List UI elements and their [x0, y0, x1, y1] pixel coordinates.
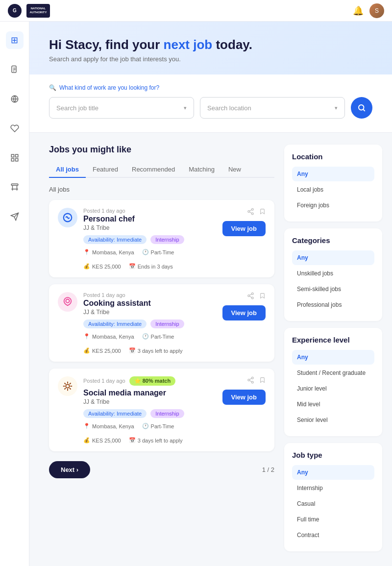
job-location: 📍 Mombasa, Kenya: [83, 249, 134, 255]
filter-title-experience: Experience level: [292, 336, 374, 344]
job-type: 🕐 Part-Time: [142, 249, 174, 255]
sidebar-item-person[interactable]: [6, 178, 24, 196]
jobs-title: Jobs you might like: [49, 145, 274, 155]
svg-rect-6: [11, 154, 14, 157]
bookmark-icon[interactable]: [259, 208, 266, 217]
svg-line-19: [249, 212, 251, 213]
logo-box: NATIONALAUTHORITY: [26, 4, 50, 18]
svg-line-32: [70, 388, 71, 390]
sidebar-item-document[interactable]: [6, 61, 24, 78]
nav-right: 🔔 S: [353, 3, 384, 18]
svg-point-16: [251, 208, 253, 210]
tab-new[interactable]: New: [221, 162, 248, 178]
share-icon[interactable]: [247, 292, 254, 301]
sidebar-item-send[interactable]: [6, 208, 24, 225]
bookmark-icon[interactable]: [259, 376, 266, 386]
hero-section: Hi Stacy, find your next job today. Sear…: [29, 22, 392, 74]
filter-option-any[interactable]: Any: [292, 350, 374, 365]
filter-title-location: Location: [292, 152, 374, 161]
job-info: Posted 1 day ago Cooking assistant JJ & …: [83, 292, 217, 354]
svg-line-33: [65, 388, 66, 390]
right-sidebar: Location Any Local jobs Foreign jobs Cat…: [284, 145, 382, 558]
calendar-icon: 📅: [129, 347, 136, 354]
filter-option-senior[interactable]: Senior level: [292, 413, 374, 427]
filter-option-casual[interactable]: Casual: [292, 496, 374, 511]
svg-line-24: [249, 296, 251, 297]
search-hint: 🔍 What kind of work are you looking for?: [49, 84, 372, 91]
filter-option-professional[interactable]: Professional jobs: [292, 297, 374, 312]
page-info: 1 / 2: [262, 466, 274, 473]
filter-option-any[interactable]: Any: [292, 250, 374, 265]
tag-availability: Availability: Immediate: [83, 409, 147, 418]
sidebar-item-globe[interactable]: [6, 90, 24, 108]
content-area: Hi Stacy, find your next job today. Sear…: [29, 22, 392, 566]
job-card: Posted 1 day ago Cooking assistant JJ & …: [49, 284, 274, 362]
job-salary: 💰 KES 25,000: [83, 263, 121, 270]
next-button[interactable]: Next ›: [49, 461, 90, 478]
tag-internship: Internship: [150, 320, 184, 328]
filter-option-mid[interactable]: Mid level: [292, 397, 374, 412]
job-title-input[interactable]: Search job title ▾: [49, 97, 194, 119]
filter-option-unskilled[interactable]: Unskilled jobs: [292, 266, 374, 281]
location-icon: 📍: [83, 423, 90, 429]
sidebar: ⊞: [0, 22, 29, 566]
notifications-icon[interactable]: 🔔: [353, 5, 364, 16]
svg-rect-9: [15, 159, 18, 161]
filter-option-contract[interactable]: Contract: [292, 528, 374, 542]
main-layout: ⊞ Hi Stacy, find your next job today. Se…: [0, 22, 392, 566]
filter-option-student[interactable]: Student / Recent graduate: [292, 366, 374, 380]
filter-option-any[interactable]: Any: [292, 167, 374, 181]
svg-point-36: [248, 379, 250, 381]
job-tags: Availability: Immediate Internship: [83, 320, 217, 328]
money-icon: 💰: [83, 263, 90, 270]
location-input[interactable]: Search location ▾: [200, 97, 345, 119]
sidebar-item-grid[interactable]: [6, 149, 24, 167]
filter-option-foreign[interactable]: Foreign jobs: [292, 198, 374, 213]
filter-title-job-type: Job type: [292, 451, 374, 459]
svg-rect-10: [11, 184, 18, 185]
job-card: Posted 1 day ago ⭐ 80% match Social medi…: [49, 369, 274, 451]
svg-point-26: [66, 384, 69, 388]
svg-line-25: [249, 294, 251, 295]
tag-internship: Internship: [150, 235, 184, 244]
search-icon: 🔍: [49, 84, 56, 91]
view-job-button[interactable]: View job: [222, 305, 266, 320]
location-icon: 📍: [83, 249, 90, 255]
svg-line-14: [363, 109, 365, 111]
filter-option-internship[interactable]: Internship: [292, 481, 374, 495]
job-card: Posted 1 day ago Personal chef JJ & Trib…: [49, 200, 274, 277]
view-job-button[interactable]: View job: [222, 221, 266, 236]
search-row: Search job title ▾ Search location ▾: [49, 97, 372, 119]
filter-option-local[interactable]: Local jobs: [292, 182, 374, 197]
clock-icon: 🕐: [142, 423, 149, 429]
svg-line-38: [249, 380, 251, 381]
job-type: 🕐 Part-Time: [142, 333, 174, 340]
calendar-icon: 📅: [129, 263, 136, 270]
sidebar-item-dashboard[interactable]: ⊞: [6, 31, 24, 49]
jobs-main: Jobs you might like All jobs Featured Re…: [49, 145, 274, 558]
tab-all-jobs[interactable]: All jobs: [49, 162, 86, 178]
filter-option-fulltime[interactable]: Full time: [292, 512, 374, 527]
job-posted: Posted 1 day ago: [83, 378, 125, 384]
svg-line-20: [249, 210, 251, 211]
job-salary: 💰 KES 25,000: [83, 437, 121, 443]
share-icon[interactable]: [247, 376, 254, 386]
sidebar-item-heart[interactable]: [6, 120, 24, 137]
tab-matching[interactable]: Matching: [182, 162, 221, 178]
tab-featured[interactable]: Featured: [86, 162, 125, 178]
filter-option-junior[interactable]: Junior level: [292, 381, 374, 396]
filter-option-semi-skilled[interactable]: Semi-skilled jobs: [292, 282, 374, 296]
user-avatar[interactable]: S: [369, 3, 384, 18]
share-icon[interactable]: [247, 208, 254, 217]
job-title: Personal chef: [83, 215, 217, 223]
job-title: Cooking assistant: [83, 299, 217, 308]
clock-icon: 🕐: [142, 333, 149, 340]
job-deadline: 📅 Ends in 3 days: [129, 263, 173, 270]
bookmark-icon[interactable]: [259, 292, 266, 301]
view-job-button[interactable]: View job: [222, 390, 266, 405]
tab-recommended[interactable]: Recommended: [125, 162, 182, 178]
filter-option-any[interactable]: Any: [292, 465, 374, 480]
search-button[interactable]: [351, 97, 372, 119]
clock-icon: 🕐: [142, 249, 149, 255]
job-type: 🕐 Part-Time: [142, 423, 174, 429]
